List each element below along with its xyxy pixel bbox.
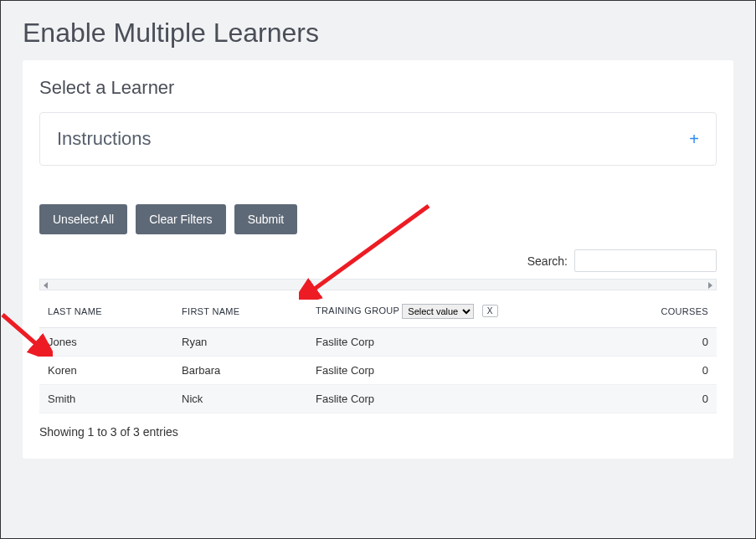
cell-training-group: Faslite Corp [307, 328, 641, 357]
training-group-clear-button[interactable]: X [482, 305, 498, 317]
col-first-name[interactable]: FIRST NAME [173, 295, 307, 328]
table-header-row: LAST NAME FIRST NAME TRAINING GROUP Sele… [39, 295, 717, 328]
table-body: Jones Ryan Faslite Corp 0 Koren Barbara … [39, 328, 717, 413]
cell-first-name: Nick [173, 385, 307, 413]
search-label: Search: [527, 254, 568, 268]
unselect-all-button[interactable]: Unselect All [39, 204, 127, 234]
cell-training-group: Faslite Corp [307, 385, 641, 413]
submit-button[interactable]: Submit [234, 204, 298, 234]
col-training-group-label: TRAINING GROUP [316, 305, 399, 316]
table-row[interactable]: Jones Ryan Faslite Corp 0 [39, 328, 717, 357]
horizontal-scrollbar[interactable] [39, 279, 717, 290]
search-row: Search: [39, 249, 717, 272]
cell-last-name: Smith [39, 385, 173, 413]
instructions-title: Instructions [57, 128, 152, 150]
cell-first-name: Ryan [173, 328, 307, 357]
learner-card: Select a Learner Instructions + Unselect… [23, 60, 733, 459]
cell-courses: 0 [641, 385, 717, 413]
training-group-filter-select[interactable]: Select value [402, 304, 474, 319]
button-row: Unselect All Clear Filters Submit [39, 204, 717, 234]
col-courses[interactable]: COURSES [641, 295, 717, 328]
section-title: Select a Learner [39, 77, 717, 99]
table-row[interactable]: Smith Nick Faslite Corp 0 [39, 385, 717, 413]
expand-plus-icon[interactable]: + [689, 130, 699, 149]
cell-last-name: Jones [39, 328, 173, 357]
table-row[interactable]: Koren Barbara Faslite Corp 0 [39, 357, 717, 385]
col-training-group[interactable]: TRAINING GROUP Select value X [307, 295, 641, 328]
cell-training-group: Faslite Corp [307, 357, 641, 385]
svg-line-3 [3, 315, 41, 348]
cell-courses: 0 [641, 357, 717, 385]
cell-courses: 0 [641, 328, 717, 357]
table-footer-info: Showing 1 to 3 of 3 entries [39, 425, 717, 439]
search-input[interactable] [574, 249, 717, 272]
cell-first-name: Barbara [173, 357, 307, 385]
col-last-name[interactable]: LAST NAME [39, 295, 173, 328]
instructions-panel[interactable]: Instructions + [39, 112, 717, 166]
page-title: Enable Multiple Learners [3, 3, 753, 60]
clear-filters-button[interactable]: Clear Filters [136, 204, 225, 234]
learners-table: LAST NAME FIRST NAME TRAINING GROUP Sele… [39, 295, 717, 413]
cell-last-name: Koren [39, 357, 173, 385]
